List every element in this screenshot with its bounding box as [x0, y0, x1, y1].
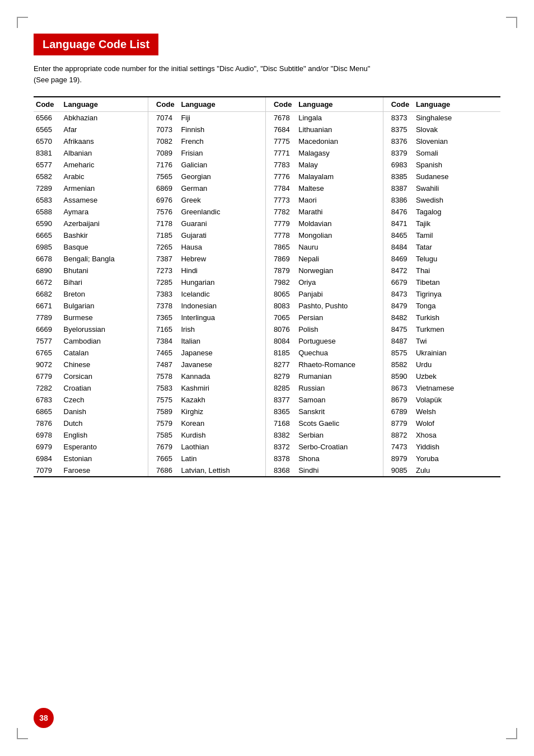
lang-cell: Singhalese: [414, 112, 500, 124]
code-cell: 6978: [34, 429, 62, 441]
lang-cell: Shona: [296, 453, 383, 464]
lang-cell: Georgian: [179, 171, 265, 182]
lang-cell: Hindi: [179, 265, 265, 276]
code-cell: 6678: [34, 253, 62, 265]
code-cell: 8084: [265, 335, 296, 347]
code-cell: 6671: [34, 300, 62, 312]
code-cell: 8382: [265, 429, 296, 441]
lang-cell: Somali: [414, 147, 500, 159]
code-cell: 7074: [148, 112, 179, 124]
code-cell: 8386: [383, 194, 414, 206]
lang-cell: Russian: [296, 382, 383, 394]
lang-cell: Dutch: [62, 417, 148, 429]
lang-cell: Ukrainian: [414, 347, 500, 359]
table-row: 6565 Afar 7073 Finnish 7684 Lithuanian 8…: [34, 124, 500, 135]
code-cell: 7089: [148, 147, 179, 159]
table-row: 6890 Bhutani 7273 Hindi 7879 Norwegian 8…: [34, 265, 500, 276]
table-row: 6671 Bulgarian 7378 Indonesian 8083 Pash…: [34, 300, 500, 312]
lang-cell: Thai: [414, 265, 500, 276]
code-cell: 6679: [383, 276, 414, 288]
lang-cell: Tagalog: [414, 206, 500, 218]
lang-cell: Quechua: [296, 347, 383, 359]
code-cell: 8381: [34, 147, 62, 159]
lang-cell: Basque: [62, 241, 148, 253]
lang-cell: Icelandic: [179, 288, 265, 300]
lang-cell: Xhosa: [414, 429, 500, 441]
lang-cell: Twi: [414, 335, 500, 347]
lang-cell: Italian: [179, 335, 265, 347]
code-cell: 8469: [383, 253, 414, 265]
lang-cell: Esperanto: [62, 441, 148, 453]
lang-cell: Moldavian: [296, 218, 383, 229]
lang-cell: Norwegian: [296, 265, 383, 276]
code-cell: 7185: [148, 229, 179, 241]
code-cell: 8277: [265, 359, 296, 370]
code-cell: 7565: [148, 171, 179, 182]
lang-cell: Tigrinya: [414, 288, 500, 300]
code-cell: 7783: [265, 159, 296, 171]
lang-cell: Hausa: [179, 241, 265, 253]
lang-cell: Chinese: [62, 359, 148, 370]
code-cell: 7589: [148, 406, 179, 417]
code-cell: 7771: [265, 147, 296, 159]
table-row: 7282 Croatian 7583 Kashmiri 8285 Russian…: [34, 382, 500, 394]
lang-cell: Croatian: [62, 382, 148, 394]
code-cell: 6783: [34, 394, 62, 406]
lang-cell: Afrikaans: [62, 135, 148, 147]
lang-cell: Portuguese: [296, 335, 383, 347]
lang-cell: Welsh: [414, 406, 500, 417]
code-cell: 6765: [34, 347, 62, 359]
lang-cell: German: [179, 182, 265, 194]
table-row: 6979 Esperanto 7679 Laothian 8372 Serbo-…: [34, 441, 500, 453]
code-cell: 6590: [34, 218, 62, 229]
lang-cell: Fiji: [179, 112, 265, 124]
code-cell: 7576: [148, 206, 179, 218]
code-cell: 9072: [34, 359, 62, 370]
lang-cell: French: [179, 135, 265, 147]
code-cell: 8582: [383, 359, 414, 370]
lang-cell: Armenian: [62, 182, 148, 194]
col2-lang-header: Language: [179, 97, 265, 112]
table-row: 7289 Armenian 6869 German 7784 Maltese 8…: [34, 182, 500, 194]
table-row: 6783 Czech 7575 Kazakh 8377 Samoan 8679 …: [34, 394, 500, 406]
code-cell: 6984: [34, 453, 62, 464]
lang-cell: Hebrew: [179, 253, 265, 265]
table-row: 6583 Assamese 6976 Greek 7773 Maori 8386…: [34, 194, 500, 206]
code-cell: 7665: [148, 453, 179, 464]
lang-cell: Aymara: [62, 206, 148, 218]
lang-cell: Swedish: [414, 194, 500, 206]
code-cell: 6566: [34, 112, 62, 124]
code-cell: 8590: [383, 370, 414, 382]
table-row: 6669 Byelorussian 7165 Irish 8076 Polish…: [34, 323, 500, 335]
code-cell: 6869: [148, 182, 179, 194]
lang-cell: Galician: [179, 159, 265, 171]
code-cell: 7473: [383, 441, 414, 453]
code-cell: 6865: [34, 406, 62, 417]
code-cell: 8471: [383, 218, 414, 229]
lang-cell: Tamil: [414, 229, 500, 241]
code-cell: 7273: [148, 265, 179, 276]
code-cell: 6779: [34, 370, 62, 382]
description: Enter the appropriate code number for th…: [34, 63, 500, 85]
lang-cell: Lingala: [296, 112, 383, 124]
lang-cell: Zulu: [414, 464, 500, 476]
lang-cell: Indonesian: [179, 300, 265, 312]
code-cell: 6890: [34, 265, 62, 276]
code-cell: 7465: [148, 347, 179, 359]
code-cell: 7776: [265, 171, 296, 182]
code-cell: 6682: [34, 288, 62, 300]
code-cell: 6672: [34, 276, 62, 288]
code-cell: 7285: [148, 276, 179, 288]
lang-cell: Scots Gaelic: [296, 417, 383, 429]
lang-cell: Uzbek: [414, 370, 500, 382]
lang-cell: Swahili: [414, 182, 500, 194]
corner-mark-bl: [17, 728, 28, 739]
code-cell: 6669: [34, 323, 62, 335]
table-row: 6865 Danish 7589 Kirghiz 8365 Sanskrit 6…: [34, 406, 500, 417]
code-cell: 8484: [383, 241, 414, 253]
lang-cell: Maltese: [296, 182, 383, 194]
lang-cell: Assamese: [62, 194, 148, 206]
lang-cell: Arabic: [62, 171, 148, 182]
lang-cell: Byelorussian: [62, 323, 148, 335]
code-cell: 8479: [383, 300, 414, 312]
